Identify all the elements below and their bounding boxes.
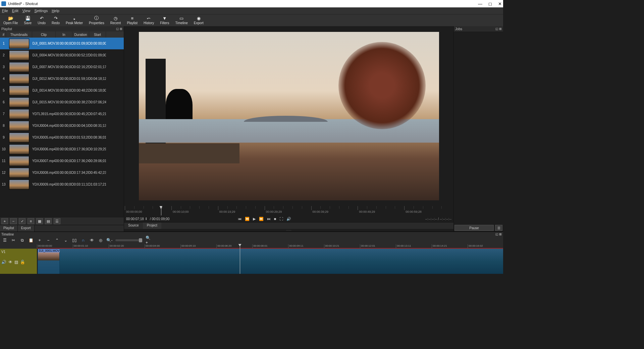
video-preview[interactable] [139,32,439,200]
toolbar-filters[interactable]: ▼Filters [159,16,170,25]
undock-icon[interactable]: ◱ [495,27,498,31]
menu-help[interactable]: Help [52,9,59,13]
playlist-row[interactable]: 5DJI_0014.MOV00:00:00;0000:00:48;2200:06… [0,85,124,96]
track-label[interactable]: V1 [1,250,36,254]
skip-prev-icon[interactable]: ⏮ [238,217,241,221]
tab-export[interactable]: Export [18,225,35,232]
playlist-row[interactable]: 10YDXJ0006.mp400:00:00;0000:17:36;0000:1… [0,143,124,155]
toolbar-open-file[interactable]: 📂Open File [2,16,19,25]
tl-menu-icon[interactable]: ☰ [2,238,7,243]
toolbar-properties[interactable]: ⓘProperties [88,16,106,25]
zoom-in-icon[interactable]: 🔍+ [146,238,151,243]
close-panel-icon[interactable]: ⊠ [499,233,502,236]
playlist-row[interactable]: 11YDXJ0007.mp400:00:00;0000:17:36;2400:2… [0,155,124,167]
tab-source[interactable]: Source [124,222,143,229]
playlist-row[interactable]: 3DJI_0007.MOV00:00:00;0000:02:16;2500:02… [0,61,124,73]
toolbar-recent[interactable]: ◷Recent [109,16,122,25]
add-button[interactable]: + [1,218,8,224]
remove-button[interactable]: − [10,218,17,224]
toolbar-save[interactable]: 💾Save [22,16,33,25]
close-button[interactable]: ✕ [498,1,502,6]
toolbar-redo[interactable]: ↷Redo [50,16,61,25]
stop-icon[interactable]: ■ [274,217,276,221]
menu-settings[interactable]: Settings [34,9,48,13]
cut-icon[interactable]: ✂ [11,238,16,243]
playlist-tabs: Playlist Export [0,225,124,232]
split-icon[interactable]: ▯▯ [72,238,77,243]
scrub-icon[interactable]: 👁 [89,238,95,243]
zoom-slider[interactable] [115,239,142,241]
clip-label: DJI_0001.MOV [38,249,61,252]
playlist-row[interactable]: 12YDXJ0008.mp400:00:00;0000:17:34;2800:4… [0,167,124,179]
view-icons-icon[interactable]: ▤ [45,218,52,224]
ripple-icon[interactable]: ◎ [98,238,103,243]
resize-handle-icon[interactable]: ⋯⋯ [124,229,453,232]
toolbar-timeline[interactable]: ▭Timeline [174,16,189,25]
view-list-icon[interactable]: ≡ [28,218,34,224]
timeline-clip-body[interactable] [60,249,503,274]
timeline-clip[interactable]: DJI_0001.MOV [38,249,60,274]
close-panel-icon[interactable]: ⊠ [120,27,122,31]
fastfwd-icon[interactable]: ⏩ [259,217,264,221]
jobs-title: Jobs ◱⊠ [454,26,503,32]
timeline-playhead[interactable] [240,244,240,274]
composite-icon[interactable]: ▤ [14,260,18,264]
update-button[interactable]: ✓ [19,218,25,224]
undock-icon[interactable]: ◱ [495,233,498,236]
zoom-out-icon[interactable]: 🔍- [107,238,112,243]
toolbar-history[interactable]: ⤺History [142,16,155,25]
playlist-icon: ≡ [129,16,135,20]
tab-project[interactable]: Project [143,222,161,229]
copy-icon[interactable]: ⧉ [19,238,25,243]
mute-icon[interactable]: 🔊 [1,260,6,264]
menu-edit[interactable]: Edit [12,9,18,13]
playlist-row[interactable]: 9YDXJ0005.mp400:00:00;0000:01:53;2800:08… [0,132,124,143]
playlist-panel: Playlist ◱⊠ # Thumbnails Clip In Duratio… [0,26,124,232]
menu-file[interactable]: File [2,9,8,13]
maximize-button[interactable]: ◻ [488,1,492,6]
timeline-tracks[interactable]: 00:00:00:0000:00:01:1000:00:02:2000:00:0… [37,244,503,274]
playlist-row[interactable]: 4DJI_0012.MOV00:00:00;0000:01:59;1600:04… [0,73,124,85]
minimize-button[interactable]: — [478,1,482,6]
playlist-row[interactable]: 6DJI_0015.MOV00:00:00;0000:00:38;2700:07… [0,96,124,108]
skip-next-icon[interactable]: ⏭ [267,217,271,221]
rewind-icon[interactable]: ⏪ [245,217,250,221]
timecode-spinner[interactable]: ▲▼ [145,217,149,220]
paste-icon[interactable]: 📋 [28,238,34,243]
toolbar-export[interactable]: ◉Export [193,16,205,25]
append-icon[interactable]: + [37,238,42,243]
view-tiles-icon[interactable]: ▦ [36,218,43,224]
undock-icon[interactable]: ◱ [116,27,119,31]
playlist-row[interactable]: 13YDXJ0009.mp400:00:00;0000:03:11;1001:0… [0,179,124,190]
delete-icon[interactable]: − [46,238,51,243]
overwrite-icon[interactable]: ⌄ [63,238,68,243]
playlist-row[interactable]: 1DJI_0001.MOV00:00:00;0000:01:09;0000:00… [0,38,124,49]
toolbar-playlist[interactable]: ≡Playlist [125,16,139,25]
app-logo-icon [1,1,6,6]
track-header: V1 🔊 👁 ▤ 🔓 [0,244,37,274]
lift-icon[interactable]: ⌃ [54,238,60,243]
playlist-row[interactable]: 7YDTL3915.mp400:00:00;0000:00:45;2000:07… [0,108,124,120]
toolbar-peak-meter[interactable]: ₔPeak Meter [64,16,84,25]
playlist-row[interactable]: 8YDXJ0004.mp400:00:00;0000:00:04;1800:08… [0,120,124,132]
snap-icon[interactable]: ∩ [80,238,86,243]
menu-view[interactable]: View [22,9,31,13]
viewer-tabs: Source Project [124,222,453,229]
lock-icon[interactable]: 🔓 [20,260,25,264]
play-icon[interactable]: ▶ [253,217,256,221]
preview-scrubber[interactable]: 00:00:00;0000:00:10;0000:00:19;2900:00:2… [125,206,453,215]
timecode-total: / 00:01:09;00 [150,217,169,221]
jobs-menu-icon[interactable]: ☰ [495,225,502,231]
volume-icon[interactable]: 🔊 [286,217,291,221]
playlist-row[interactable]: 2DJI_0004.MOV00:00:00;0000:00:52;1500:01… [0,49,124,61]
pause-button[interactable]: Pause [454,225,494,231]
toolbar-undo[interactable]: ↶Undo [36,16,47,25]
zoom-fit-icon[interactable]: ⛶ [279,217,283,221]
timecode-current[interactable]: 00:00:07;18 [126,217,144,221]
export-icon: ◉ [196,16,201,20]
menu-icon[interactable]: ☰ [54,218,60,224]
hide-icon[interactable]: 👁 [8,260,12,264]
undo-icon: ↶ [39,16,44,20]
close-panel-icon[interactable]: ⊠ [499,27,502,31]
tab-playlist[interactable]: Playlist [0,225,18,232]
